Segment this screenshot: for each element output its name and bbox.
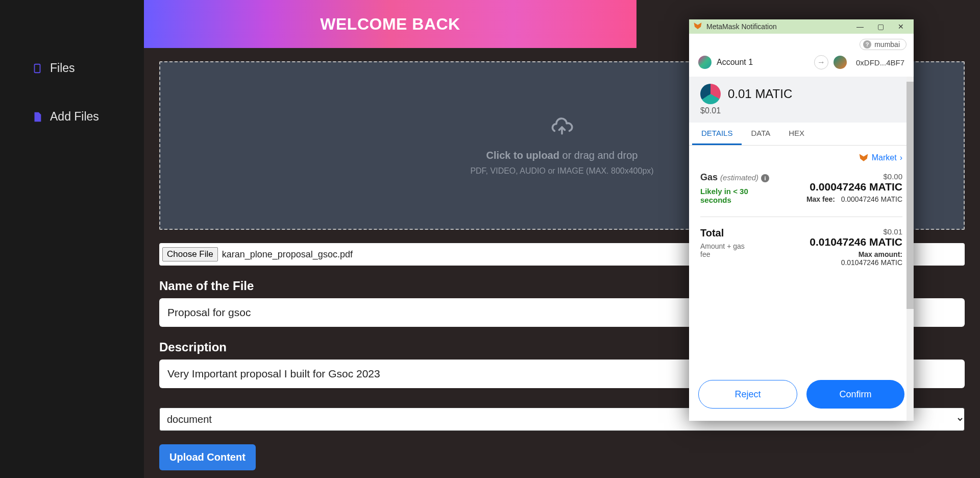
scrollbar[interactable] [906, 77, 914, 421]
info-icon[interactable]: i [761, 174, 769, 182]
dropzone-bold: Click to upload [486, 150, 559, 161]
gas-likely: Likely in < 30 seconds [700, 187, 756, 204]
total-fiat: $0.01 [810, 227, 902, 236]
sidebar-item-add-files[interactable]: Add Files [0, 105, 143, 129]
total-label: Total [700, 227, 756, 239]
metamask-title: MetaMask Notification [706, 22, 777, 31]
transfer-arrow-icon: → [814, 55, 828, 69]
gas-fiat: $0.00 [806, 172, 902, 181]
metamask-notification-window: MetaMask Notification — ▢ ✕ ? mumbai Acc… [689, 19, 914, 421]
scrollbar-thumb[interactable] [906, 82, 914, 309]
gas-value: 0.00047246 MATIC [806, 181, 902, 193]
total-value: 0.01047246 MATIC [810, 236, 902, 248]
dropzone-hint: PDF, VIDEO, AUDIO or IMAGE (MAX. 800x400… [470, 166, 653, 176]
close-button[interactable]: ✕ [892, 20, 910, 33]
from-account-name: Account 1 [717, 58, 809, 67]
sidebar-item-label: Files [50, 61, 75, 75]
max-fee-label: Max fee: [806, 195, 835, 203]
amount-value: 0.01 MATIC [728, 87, 792, 101]
max-amount-label: Max amount: [859, 250, 902, 258]
metamask-fox-icon [693, 21, 703, 32]
network-pill[interactable]: ? mumbai [860, 39, 906, 50]
from-avatar-icon [698, 56, 712, 69]
network-unknown-icon: ? [863, 40, 871, 49]
svg-marker-2 [859, 154, 868, 161]
gas-estimated: (estimated) [720, 173, 758, 182]
to-address: 0xDFD...4BF7 [856, 58, 904, 67]
upload-cloud-icon [551, 116, 573, 140]
choose-file-button[interactable]: Choose File [162, 247, 218, 261]
amount-section: 0.01 MATIC $0.01 [689, 77, 914, 123]
amount-fiat: $0.01 [700, 106, 902, 115]
max-fee-value: 0.00047246 MATIC [841, 195, 902, 203]
max-amount-value: 0.01047246 MATIC [841, 258, 902, 267]
metamask-titlebar: MetaMask Notification — ▢ ✕ [689, 19, 914, 34]
chevron-right-icon: › [900, 153, 902, 162]
svg-rect-0 [35, 64, 40, 73]
market-fox-icon [859, 153, 869, 163]
metamask-body: Market › Gas (estimated) i Likely in < 3… [689, 146, 914, 372]
divider [700, 217, 902, 217]
token-icon [700, 84, 721, 104]
tab-hex[interactable]: HEX [779, 123, 814, 145]
amount-plus-gas: Amount + gas fee [700, 242, 756, 258]
accounts-row: Account 1 → 0xDFD...4BF7 [689, 52, 914, 77]
metamask-footer: Reject Confirm [689, 372, 914, 421]
upload-content-button[interactable]: Upload Content [159, 444, 256, 470]
add-file-icon [32, 111, 43, 123]
total-row: Total Amount + gas fee $0.01 0.01047246 … [700, 225, 902, 269]
tab-data[interactable]: DATA [742, 123, 779, 145]
gas-label: Gas [700, 172, 718, 182]
minimize-button[interactable]: — [851, 20, 869, 33]
svg-marker-1 [694, 22, 702, 29]
reject-button[interactable]: Reject [698, 380, 797, 409]
confirm-button[interactable]: Confirm [806, 380, 904, 409]
dropzone-line1: Click to upload or drag and drop [486, 150, 638, 161]
network-name: mumbai [874, 40, 900, 49]
network-row: ? mumbai [689, 34, 914, 52]
banner-title: WELCOME BACK [320, 15, 460, 34]
files-icon [32, 63, 43, 74]
maximize-button[interactable]: ▢ [872, 20, 889, 33]
to-avatar-icon [834, 56, 847, 69]
metamask-tabs: DETAILS DATA HEX [689, 123, 914, 146]
tab-details[interactable]: DETAILS [692, 123, 742, 145]
sidebar: Files Add Files [0, 0, 143, 478]
dropzone-rest: or drag and drop [559, 150, 638, 161]
market-link[interactable]: Market › [700, 153, 902, 163]
market-label: Market [872, 153, 897, 162]
sidebar-item-files[interactable]: Files [0, 56, 143, 80]
sidebar-item-label: Add Files [50, 110, 99, 124]
welcome-banner: WELCOME BACK [144, 0, 636, 48]
gas-row: Gas (estimated) i Likely in < 30 seconds… [700, 170, 902, 206]
chosen-file-name: karan_plone_proposal_gsoc.pdf [222, 249, 353, 260]
